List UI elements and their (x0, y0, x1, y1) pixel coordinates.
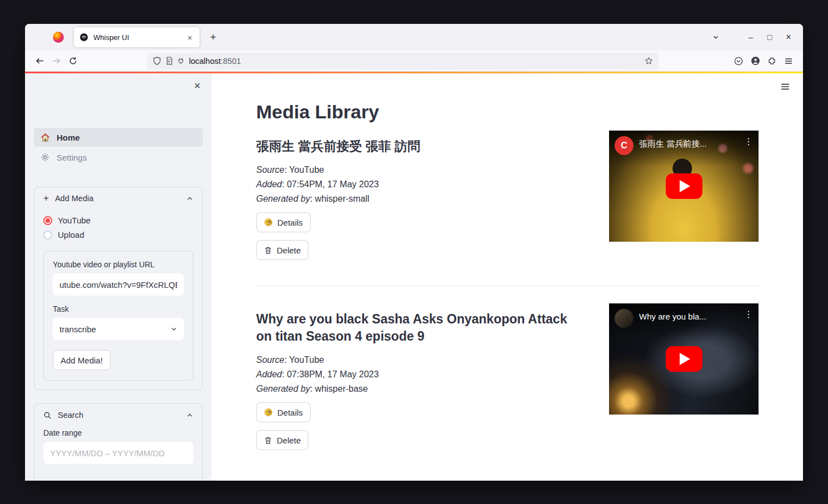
sidebar-nav: Home Settings (34, 128, 203, 167)
delete-button[interactable]: Delete (256, 430, 308, 450)
firefox-view-icon[interactable] (51, 29, 66, 45)
sidebar: × Home Settings + (25, 73, 212, 481)
add-media-form: Youtube video or playlist URL Task trans… (43, 251, 193, 381)
youtube-player[interactable]: C 張雨生 當兵前接... ⋮ (609, 131, 759, 242)
youtube-url-label: Youtube video or playlist URL (53, 260, 184, 269)
permissions-shield-icon[interactable] (153, 57, 161, 65)
radio-selected-icon (43, 216, 52, 225)
media-title: 張雨生 當兵前接受 張菲 訪問 (256, 138, 567, 154)
media-item: Why are you black Sasha Asks Onyankopon … (256, 311, 759, 450)
video-title[interactable]: Why are you bla... (639, 312, 739, 321)
details-button[interactable]: Details (256, 212, 311, 232)
media-added: Added: 07:54PM, 17 May 2023 (256, 179, 578, 190)
window-close-button[interactable]: × (782, 31, 795, 44)
insecure-connection-icon[interactable] (177, 57, 184, 64)
search-icon (43, 411, 52, 420)
play-button[interactable] (666, 173, 702, 199)
caret-down-icon (171, 326, 177, 332)
task-select[interactable]: transcribe (53, 318, 184, 340)
browser-menu-hamburger-icon[interactable] (781, 53, 796, 69)
channel-avatar[interactable]: C (615, 136, 634, 155)
date-range-label: Date range (43, 428, 193, 437)
page-title: Media Library (256, 100, 759, 123)
bookmark-star-icon[interactable] (645, 57, 653, 65)
reader-page-icon[interactable] (166, 57, 173, 65)
browser-window: Whisper UI × + – □ × loca (25, 24, 803, 481)
extensions-puzzle-icon[interactable] (764, 53, 780, 69)
home-icon (41, 133, 50, 142)
task-label: Task (53, 305, 184, 313)
chevron-up-icon (186, 195, 193, 202)
sidebar-item-label: Home (57, 133, 80, 142)
date-range-input[interactable] (43, 442, 193, 464)
gear-icon (41, 153, 50, 162)
monocle-face-icon (264, 408, 273, 417)
media-item: 張雨生 當兵前接受 張菲 訪問 Source: YouTube Added: 0… (256, 138, 759, 260)
account-icon[interactable] (747, 53, 763, 69)
play-button[interactable] (666, 346, 702, 372)
play-triangle-icon (680, 180, 690, 192)
forward-button-icon[interactable] (48, 53, 64, 69)
media-source: Source: YouTube (256, 355, 578, 366)
video-menu-kebab-icon[interactable]: ⋮ (744, 138, 753, 146)
trash-icon (264, 436, 272, 445)
sidebar-close-icon[interactable]: × (194, 80, 201, 91)
video-menu-kebab-icon[interactable]: ⋮ (744, 311, 753, 318)
tab-close-icon[interactable]: × (184, 32, 195, 43)
channel-avatar[interactable] (615, 309, 634, 328)
media-generated-by: Generated by: whisper-base (256, 383, 578, 395)
streamlit-menu-hamburger-icon[interactable] (780, 81, 791, 92)
media-added: Added: 07:38PM, 17 May 2023 (256, 369, 578, 380)
media-source: Source: YouTube (256, 164, 578, 176)
chevron-up-icon (186, 412, 193, 419)
new-tab-button[interactable]: + (205, 30, 221, 44)
delete-button[interactable]: Delete (256, 240, 308, 260)
trash-icon (264, 246, 272, 255)
pocket-icon[interactable] (731, 53, 746, 69)
add-media-expander-header[interactable]: + Add Media (34, 187, 202, 209)
monocle-face-icon (264, 218, 273, 227)
youtube-url-input[interactable] (53, 273, 184, 296)
search-expander-header[interactable]: Search (34, 404, 202, 426)
url-bar[interactable]: localhost:8501 (147, 53, 659, 69)
sidebar-item-settings[interactable]: Settings (34, 148, 203, 167)
sidebar-item-label: Settings (57, 153, 87, 162)
back-button-icon[interactable] (32, 53, 47, 69)
radio-unselected-icon (43, 231, 52, 239)
tab-strip: Whisper UI × + – □ × (25, 24, 803, 51)
plus-icon: + (43, 194, 49, 202)
tab-title: Whisper UI (93, 33, 184, 42)
search-expander: Search Date range (34, 403, 203, 481)
play-triangle-icon (680, 353, 690, 365)
sidebar-item-home[interactable]: Home (34, 128, 203, 147)
radio-upload[interactable]: Upload (43, 230, 193, 239)
radio-youtube[interactable]: YouTube (43, 216, 193, 225)
video-title[interactable]: 張雨生 當兵前接... (639, 139, 739, 149)
details-button[interactable]: Details (256, 402, 311, 422)
window-minimize-button[interactable]: – (744, 31, 757, 44)
window-maximize-button[interactable]: □ (763, 31, 776, 44)
reload-button-icon[interactable] (65, 53, 81, 69)
browser-toolbar: localhost:8501 (25, 51, 803, 72)
add-media-button[interactable]: Add Media! (53, 350, 111, 370)
media-generated-by: Generated by: whisper-small (256, 193, 578, 204)
media-title: Why are you black Sasha Asks Onyankopon … (256, 311, 567, 345)
browser-tab-whisper-ui[interactable]: Whisper UI × (74, 27, 199, 47)
tab-favicon-icon (79, 33, 88, 42)
youtube-player[interactable]: Why are you bla... ⋮ (609, 303, 759, 415)
add-media-expander: + Add Media YouTube Upload You (34, 187, 203, 390)
divider (256, 286, 759, 286)
url-text: localhost:8501 (189, 57, 640, 66)
list-all-tabs-chevron-icon[interactable] (712, 33, 720, 41)
main-content: Media Library 張雨生 當兵前接受 張菲 訪問 Source: Yo… (212, 73, 803, 481)
